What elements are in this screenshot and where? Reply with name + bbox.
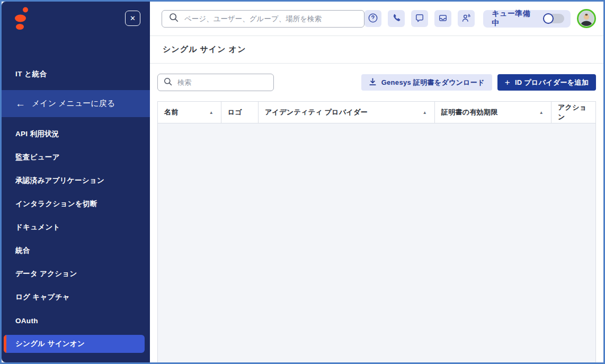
inbox-button[interactable]	[434, 10, 451, 27]
plus-icon: +	[505, 78, 510, 87]
column-header-name[interactable]: 名前 ▲	[158, 102, 221, 123]
close-sidebar-button[interactable]: ✕	[125, 11, 140, 26]
table-search-input[interactable]	[177, 78, 268, 86]
column-header-logo: ロゴ	[221, 102, 259, 123]
table-header-row: 名前 ▲ ロゴ アイデンティティ プロバイダー ▲ 証明書の有効期限 ▲	[157, 101, 596, 123]
sidebar-item-oauth[interactable]: OAuth	[2, 309, 150, 332]
back-to-main-menu[interactable]: ← メイン メニューに戻る	[2, 90, 150, 117]
sort-asc-icon[interactable]: ▲	[209, 110, 213, 115]
download-icon	[369, 78, 377, 87]
sidebar-item-data-actions[interactable]: データ アクション	[2, 262, 150, 286]
sidebar-item-api-usage[interactable]: API 利用状況	[2, 122, 150, 146]
identity-providers-table: 名前 ▲ ロゴ アイデンティティ プロバイダー ▲ 証明書の有効期限 ▲	[157, 101, 596, 362]
queue-status-label: キュー準備中	[492, 9, 538, 28]
sidebar-menu: API 利用状況 監査ビューア 承認済みアプリケーション インタラクションを切断…	[2, 117, 150, 356]
arrow-left-icon: ←	[15, 99, 25, 109]
agent-whisper-icon	[461, 13, 471, 25]
help-button[interactable]	[364, 10, 381, 27]
sidebar-item-authorized-applications[interactable]: 承認済みアプリケーション	[2, 169, 150, 192]
table-body-empty	[157, 123, 596, 362]
column-header-actions: アクション	[551, 102, 595, 123]
table-search[interactable]	[157, 74, 274, 91]
chat-icon	[414, 13, 425, 25]
column-header-identity-provider[interactable]: アイデンティティ プロバイダー ▲	[259, 102, 435, 123]
global-search[interactable]	[162, 10, 364, 28]
search-icon	[168, 12, 179, 25]
sort-asc-icon[interactable]: ▲	[423, 110, 427, 115]
sidebar-item-disconnect-interactions[interactable]: インタラクションを切断	[2, 192, 150, 216]
sidebar-section-title: IT と統合	[15, 69, 150, 79]
sidebar: ✕ IT と統合 ← メイン メニューに戻る API 利用状況 監査ビューア 承…	[2, 2, 150, 362]
back-to-main-menu-label: メイン メニューに戻る	[32, 99, 115, 109]
inbox-icon	[438, 13, 448, 25]
add-identity-provider-label: ID プロバイダーを追加	[515, 78, 589, 87]
sort-asc-icon[interactable]: ▲	[539, 110, 544, 115]
header-icon-row	[364, 10, 475, 27]
top-bar: キュー準備中	[150, 2, 603, 36]
sidebar-item-audit-viewer[interactable]: 監査ビューア	[2, 146, 150, 169]
add-identity-provider-button[interactable]: + ID プロバイダーを追加	[497, 74, 596, 91]
search-icon	[163, 77, 173, 88]
close-icon: ✕	[130, 14, 136, 22]
queue-status-toggle-group[interactable]: キュー準備中	[483, 10, 571, 28]
page-title: シングル サイン オン	[163, 45, 246, 55]
title-bar: シングル サイン オン	[150, 36, 603, 64]
phone-button[interactable]	[388, 10, 405, 27]
chat-button[interactable]	[411, 10, 428, 27]
agent-whisper-button[interactable]	[458, 10, 475, 27]
download-certificate-label: Genesys 証明書をダウンロード	[381, 78, 485, 87]
queue-toggle[interactable]	[543, 13, 564, 24]
main-area: キュー準備中 シングル サイン オン	[150, 2, 603, 362]
column-header-certificate-expiry[interactable]: 証明書の有効期限 ▲	[435, 102, 551, 123]
user-avatar[interactable]	[577, 9, 596, 28]
genesys-logo-icon	[13, 7, 29, 34]
global-search-input[interactable]	[184, 15, 358, 23]
sidebar-item-log-capture[interactable]: ログ キャプチャ	[2, 286, 150, 309]
sidebar-item-single-sign-on[interactable]: シングル サインオン	[4, 335, 145, 353]
help-icon	[367, 12, 379, 25]
phone-icon	[391, 13, 402, 25]
download-certificate-button[interactable]: Genesys 証明書をダウンロード	[361, 74, 492, 91]
sidebar-item-integrations[interactable]: 統合	[2, 239, 150, 262]
toolbar: Genesys 証明書をダウンロード + ID プロバイダーを追加	[157, 74, 596, 91]
content: Genesys 証明書をダウンロード + ID プロバイダーを追加 名前 ▲ ロ…	[150, 64, 603, 362]
sidebar-item-documents[interactable]: ドキュメント	[2, 216, 150, 239]
app-window: ✕ IT と統合 ← メイン メニューに戻る API 利用状況 監査ビューア 承…	[0, 0, 605, 364]
